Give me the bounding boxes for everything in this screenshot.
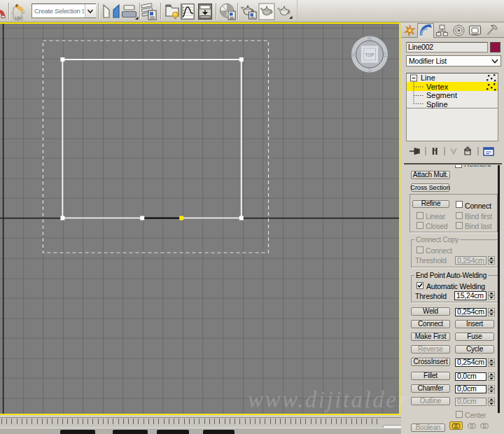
svg-text:Segment: Segment — [426, 91, 457, 99]
svg-text:Spline: Spline — [426, 100, 448, 108]
svg-text:Vertex: Vertex — [426, 83, 449, 91]
svg-text:Line: Line — [421, 74, 435, 82]
